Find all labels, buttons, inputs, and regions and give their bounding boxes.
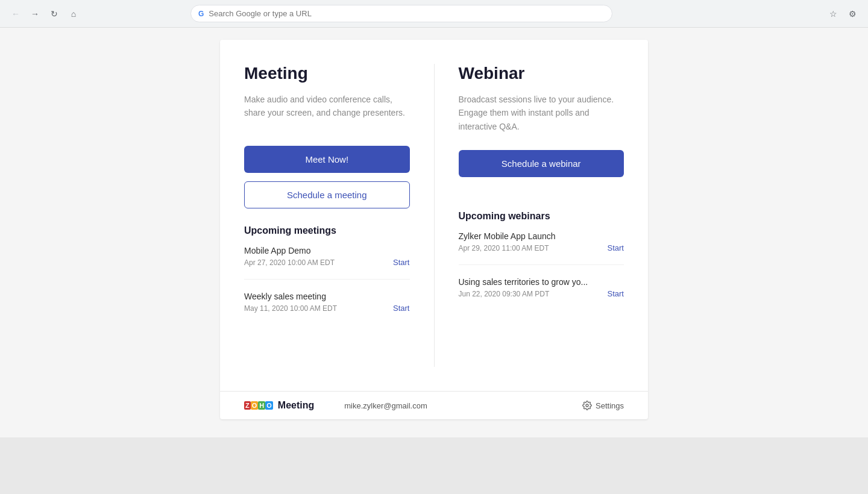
toolbar-icons: ☆ ⚙ [825, 5, 861, 22]
settings-label: Settings [596, 401, 624, 410]
meeting-event-meta-0: Apr 27, 2020 10:00 AM EDT Start [244, 258, 410, 267]
extensions-button[interactable]: ⚙ [844, 5, 861, 22]
footer-brand-label: Meeting [278, 400, 314, 411]
footer-email: mike.zylker@gmail.com [344, 401, 427, 410]
zoho-o2-icon: O [265, 401, 273, 410]
forward-button[interactable]: → [27, 5, 43, 22]
upcoming-meetings-title: Upcoming meetings [244, 225, 410, 236]
reload-button[interactable]: ↻ [46, 5, 63, 22]
upcoming-webinars-title: Upcoming webinars [459, 211, 624, 222]
webinar-event-meta-1: Jun 22, 2020 09:30 AM PDT Start [459, 289, 624, 298]
browser-toolbar: ← → ↻ ⌂ G ☆ ⚙ [0, 0, 868, 27]
card-footer: ZOHO Meeting mike.zylker@gmail.com Setti… [220, 391, 648, 419]
back-button[interactable]: ← [7, 5, 24, 22]
settings-button[interactable]: Settings [582, 401, 624, 410]
webinar-start-button-1[interactable]: Start [608, 289, 624, 298]
address-input[interactable] [209, 9, 605, 18]
schedule-meeting-button[interactable]: Schedule a meeting [244, 181, 410, 208]
meeting-start-button-0[interactable]: Start [393, 258, 409, 267]
schedule-webinar-button[interactable]: Schedule a webinar [459, 150, 624, 177]
webinar-event-time-0: Apr 29, 2020 11:00 AM EDT [459, 244, 549, 252]
webinar-column: Webinar Broadcast sessions live to your … [434, 64, 624, 367]
address-bar[interactable]: G [190, 5, 612, 22]
webinar-event-name-1: Using sales territories to grow yo... [459, 277, 624, 287]
main-card: Meeting Make audio and video conference … [220, 40, 648, 419]
webinar-event-time-1: Jun 22, 2020 09:30 AM PDT [459, 290, 550, 298]
list-item: Using sales territories to grow yo... Ju… [459, 277, 624, 298]
webinar-event-name-0: Zylker Mobile App Launch [459, 231, 624, 241]
meeting-event-meta-1: May 11, 2020 10:00 AM EDT Start [244, 304, 410, 313]
meeting-divider-0 [244, 279, 410, 280]
zoho-logo: ZOHO Meeting [244, 400, 314, 411]
settings-icon [582, 401, 592, 410]
meeting-event-time-1: May 11, 2020 10:00 AM EDT [244, 304, 337, 313]
meeting-title: Meeting [244, 64, 410, 83]
list-item: Weekly sales meeting May 11, 2020 10:00 … [244, 292, 410, 313]
zoho-letters-icon: ZOHO [244, 401, 273, 410]
webinar-event-meta-0: Apr 29, 2020 11:00 AM EDT Start [459, 243, 624, 252]
browser-content: Meeting Make audio and video conference … [0, 28, 868, 437]
card-body: Meeting Make audio and video conference … [220, 40, 648, 391]
bookmark-button[interactable]: ☆ [825, 5, 841, 22]
webinar-start-button-0[interactable]: Start [608, 243, 624, 252]
meeting-event-time-0: Apr 27, 2020 10:00 AM EDT [244, 258, 335, 267]
meeting-event-name-1: Weekly sales meeting [244, 292, 410, 301]
google-logo-icon: G [198, 10, 204, 18]
list-item: Zylker Mobile App Launch Apr 29, 2020 11… [459, 231, 624, 252]
meeting-event-name-0: Mobile App Demo [244, 246, 410, 255]
meeting-column: Meeting Make audio and video conference … [244, 64, 410, 367]
list-item: Mobile App Demo Apr 27, 2020 10:00 AM ED… [244, 246, 410, 267]
zoho-o1-icon: O [251, 401, 259, 410]
meet-now-button[interactable]: Meet Now! [244, 146, 410, 173]
nav-buttons: ← → ↻ ⌂ [7, 5, 82, 22]
svg-point-0 [586, 404, 588, 407]
zoho-z-icon: Z [244, 401, 251, 410]
browser-frame: ← → ↻ ⌂ G ☆ ⚙ [0, 0, 868, 28]
webinar-description: Broadcast sessions live to your audience… [459, 93, 624, 133]
webinar-divider-0 [459, 264, 624, 265]
meeting-description: Make audio and video conference calls, s… [244, 93, 410, 129]
zoho-h-icon: H [258, 401, 265, 410]
meeting-start-button-1[interactable]: Start [393, 304, 409, 313]
webinar-title: Webinar [459, 64, 624, 83]
home-button[interactable]: ⌂ [65, 5, 82, 22]
